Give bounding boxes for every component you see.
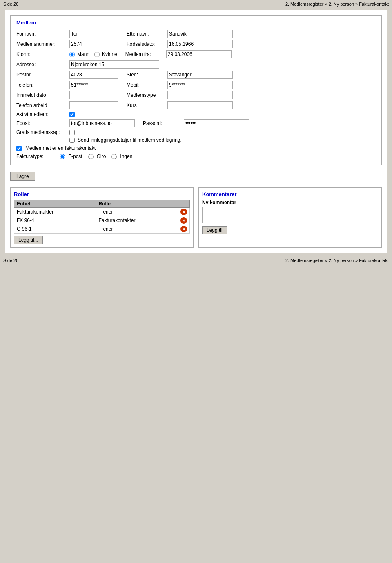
kjonn-row: Kjønn: Mann Kvinne Medlem fra:: [16, 50, 376, 58]
telefon-arbeid-input[interactable]: [69, 101, 118, 109]
fornavn-input[interactable]: [69, 30, 118, 38]
fakturatype-ingen-label: Ingen: [120, 154, 132, 159]
member-faktura-checkbox[interactable]: [16, 146, 22, 151]
medlemsnummer-input[interactable]: [69, 40, 118, 48]
etternavn-input[interactable]: [167, 30, 233, 38]
main-container: Medlem Fornavn: Etternavn: Medlemsnummer…: [5, 10, 387, 253]
kjonn-mann-radio[interactable]: [69, 52, 75, 57]
lagre-button[interactable]: Lagre: [10, 172, 35, 181]
kjonn-mann-label: Mann: [77, 51, 89, 57]
etternavn-label: Etternavn:: [127, 31, 167, 37]
member-section-title: Medlem: [16, 20, 376, 26]
kurs-input[interactable]: [167, 101, 233, 109]
fodselsdato-input[interactable]: [167, 40, 233, 48]
kjonn-kvinne-radio[interactable]: [94, 52, 100, 57]
footer-left: Side 20: [3, 258, 18, 263]
adresse-input[interactable]: [69, 60, 159, 69]
legg-til-kommentar-button[interactable]: Legg til: [202, 226, 227, 234]
kjonn-radio-group: Mann Kvinne: [69, 51, 117, 57]
gratis-label: Gratis medlemskap:: [16, 129, 69, 135]
postnr-row: Postnr: Sted:: [16, 71, 376, 79]
aktivt-row: Aktivt medlem:: [16, 111, 376, 117]
kjonn-label: Kjønn:: [16, 51, 69, 57]
send-label: Send innloggingsdetaljer til medlem ved …: [78, 137, 182, 143]
fakturatype-giro-radio[interactable]: [88, 154, 94, 159]
mobil-label: Mobil:: [127, 82, 167, 88]
fornavn-row: Fornavn: Etternavn:: [16, 30, 376, 38]
table-row: FakturakontakterTrener✕: [14, 208, 190, 216]
epost-input[interactable]: [69, 119, 135, 127]
aktivt-checkbox[interactable]: [69, 112, 75, 117]
send-checkbox[interactable]: [69, 138, 75, 143]
legg-til-rolle-button[interactable]: Legg til...: [14, 236, 43, 244]
medlemstype-label: Medlemstype: [127, 92, 167, 98]
remove-role-button[interactable]: ✕: [180, 209, 187, 215]
epost-row: Epost: Passord:: [16, 119, 376, 127]
gratis-row: Gratis medlemskap:: [16, 129, 376, 135]
remove-role-button[interactable]: ✕: [180, 226, 187, 232]
gratis-checkbox[interactable]: [69, 130, 75, 135]
ny-kommentar-label: Ny kommentar: [202, 200, 378, 205]
fakturatype-row: Fakturatype: E-post Giro Ingen: [16, 154, 376, 159]
telefon-arbeid-row: Telefon arbeid Kurs: [16, 101, 376, 109]
innmeldt-dato-label: Innmeldt dato: [16, 92, 69, 98]
fakturatype-giro-label: Giro: [97, 154, 106, 159]
sted-label: Sted:: [127, 72, 167, 78]
medlemstype-input[interactable]: [167, 91, 233, 99]
bottom-section: Roller Enhet Rolle FakturakontakterTrene…: [10, 187, 382, 248]
roller-title: Roller: [14, 191, 190, 197]
adresse-row: Adresse:: [16, 60, 376, 69]
rolle-header: Rolle: [96, 200, 178, 208]
member-faktura-label: Medlemmet er en fakturakontakt: [25, 145, 96, 151]
sted-input[interactable]: [167, 71, 233, 79]
kurs-label: Kurs: [127, 102, 167, 108]
header-left: Side 20: [3, 2, 18, 7]
passord-label: Passord:: [143, 120, 184, 126]
epost-label: Epost:: [16, 120, 69, 126]
kommentar-textarea[interactable]: [202, 207, 378, 223]
footer-right: 2. Medlemsregister » 2. Ny person » Fakt…: [285, 258, 389, 263]
kommentarer-section: Kommentarer Ny kommentar Legg til: [198, 187, 382, 248]
roles-table: Enhet Rolle FakturakontakterTrener✕FK 96…: [14, 200, 190, 234]
fornavn-label: Fornavn:: [16, 31, 69, 37]
fodselsdato-label: Fødselsdato:: [127, 41, 167, 47]
table-row: G 96-1Trener✕: [14, 225, 190, 234]
innmeldt-row: Innmeldt dato Medlemstype: [16, 91, 376, 99]
table-row: FK 96-4Fakturakontakter✕: [14, 216, 190, 225]
page-footer: Side 20 2. Medlemsregister » 2. Ny perso…: [0, 256, 392, 265]
telefon-row: Telefon: Mobil:: [16, 81, 376, 89]
roller-section: Roller Enhet Rolle FakturakontakterTrene…: [10, 187, 194, 248]
postnr-label: Postnr:: [16, 72, 69, 78]
passord-input[interactable]: [184, 119, 249, 127]
adresse-label: Adresse:: [16, 62, 69, 67]
medlemsnummer-row: Medlemsnummer: Fødselsdato:: [16, 40, 376, 48]
postnr-input[interactable]: [69, 71, 118, 79]
innmeldt-dato-input[interactable]: [69, 91, 118, 99]
medlemsnummer-label: Medlemsnummer:: [16, 41, 69, 47]
medlem-fra-input[interactable]: [166, 50, 232, 58]
enhet-header: Enhet: [14, 200, 96, 208]
fakturatype-ingen-radio[interactable]: [111, 154, 117, 159]
remove-role-button[interactable]: ✕: [180, 217, 187, 224]
telefon-input[interactable]: [69, 81, 118, 89]
mobil-input[interactable]: [167, 81, 233, 89]
member-section: Medlem Fornavn: Etternavn: Medlemsnummer…: [10, 15, 382, 165]
fakturatype-epost-radio[interactable]: [60, 154, 65, 159]
member-faktura-row: Medlemmet er en fakturakontakt: [16, 145, 376, 151]
page-header: Side 20 2. Medlemsregister » 2. Ny perso…: [0, 0, 392, 8]
aktivt-label: Aktivt medlem:: [16, 111, 69, 117]
telefon-arbeid-label: Telefon arbeid: [16, 102, 69, 108]
send-row: Send innloggingsdetaljer til medlem ved …: [16, 137, 376, 143]
kommentarer-title: Kommentarer: [202, 191, 378, 197]
kjonn-kvinne-label: Kvinne: [102, 51, 117, 57]
medlem-fra-label: Medlem fra:: [125, 51, 166, 57]
telefon-label: Telefon:: [16, 82, 69, 88]
fakturatype-label: Fakturatype:: [16, 154, 57, 159]
fakturatype-epost-label: E-post: [68, 154, 82, 159]
header-right: 2. Medlemsregister » 2. Ny person » Fakt…: [285, 2, 389, 7]
